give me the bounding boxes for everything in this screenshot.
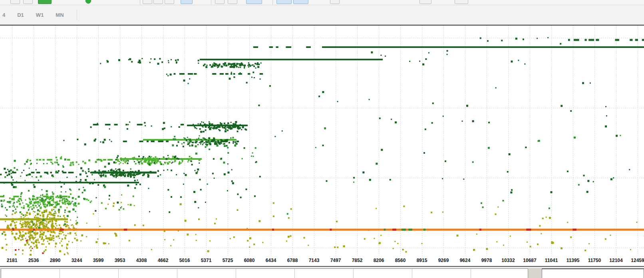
profiles-button[interactable] — [23, 0, 33, 4]
fibonacci-button[interactable] — [215, 0, 225, 4]
bottom-right-panel[interactable] — [542, 268, 644, 278]
x-axis-label: 10687 — [523, 258, 536, 263]
x-axis-label: 3953 — [115, 258, 125, 263]
x-axis-label: 7497 — [330, 258, 341, 263]
timeframe-w1-button[interactable]: W1 — [36, 12, 44, 18]
x-axis: 2181253628903244359939534308466250165371… — [0, 256, 644, 267]
shapes-button[interactable] — [246, 0, 262, 4]
chart-button[interactable] — [10, 0, 20, 4]
new-order-icon[interactable] — [38, 0, 52, 4]
x-axis-label: 2890 — [50, 258, 61, 263]
x-axis-label: 8560 — [395, 258, 406, 263]
timeframe-mn-button[interactable]: MN — [56, 12, 64, 18]
top-toolbar — [0, 0, 644, 5]
x-axis-label: 7852 — [352, 258, 363, 263]
zoom-out-button[interactable] — [293, 0, 308, 4]
cursor-button[interactable] — [143, 0, 152, 4]
x-axis-label: 8206 — [374, 258, 384, 263]
timeframe-toolbar: 4 D1 W1 MN — [0, 5, 644, 25]
toolbar-separator — [77, 10, 77, 20]
status-strip — [0, 268, 644, 278]
toolbar-separator — [140, 0, 140, 5]
autotrading-icon[interactable] — [85, 0, 91, 4]
chart-area[interactable] — [0, 25, 644, 256]
x-axis-label: 2181 — [7, 258, 18, 263]
add-chart-button[interactable] — [455, 0, 468, 4]
x-axis-label: 7143 — [309, 258, 320, 263]
x-axis-label: 8915 — [417, 258, 427, 263]
x-axis-label: 10332 — [501, 258, 515, 263]
x-axis-label: 11041 — [545, 258, 558, 263]
x-axis-label: 9624 — [460, 258, 471, 263]
x-axis-label: 6788 — [287, 258, 298, 263]
x-axis-label: 6434 — [266, 258, 276, 263]
timeframe-d1-button[interactable]: D1 — [17, 12, 24, 18]
timeframe-h4-button[interactable]: 4 — [2, 12, 5, 18]
vertical-line-button[interactable] — [165, 0, 174, 4]
toolbar-separator — [272, 0, 273, 5]
x-axis-label: 5725 — [223, 258, 233, 263]
indicators-button[interactable] — [419, 0, 431, 4]
x-axis-label: 4662 — [158, 258, 169, 263]
zoom-in-button[interactable] — [276, 0, 292, 4]
x-axis-label: 4308 — [136, 258, 147, 263]
x-axis-label: 5371 — [201, 258, 212, 263]
progress-bar[interactable] — [1, 268, 528, 278]
x-axis-label: 12459 — [631, 258, 644, 263]
x-axis-label: 6080 — [244, 258, 255, 263]
x-axis-label: 9269 — [438, 258, 449, 263]
x-axis-label: 11395 — [566, 258, 580, 263]
x-axis-label: 3244 — [72, 258, 82, 263]
text-label-button[interactable] — [228, 0, 237, 4]
x-axis-label: 5016 — [179, 258, 190, 263]
x-axis-label: 3599 — [93, 258, 104, 263]
tile-windows-button[interactable] — [330, 0, 340, 4]
x-axis-label: 11750 — [588, 258, 601, 263]
crosshair-icon[interactable] — [153, 0, 163, 4]
x-axis-label: 9978 — [481, 258, 492, 263]
x-axis-label: 2536 — [28, 258, 39, 263]
toolbar-separator — [211, 0, 211, 5]
trendline-button[interactable] — [181, 0, 193, 4]
scatter-canvas[interactable] — [0, 26, 644, 256]
x-axis-label: 12104 — [609, 258, 622, 263]
